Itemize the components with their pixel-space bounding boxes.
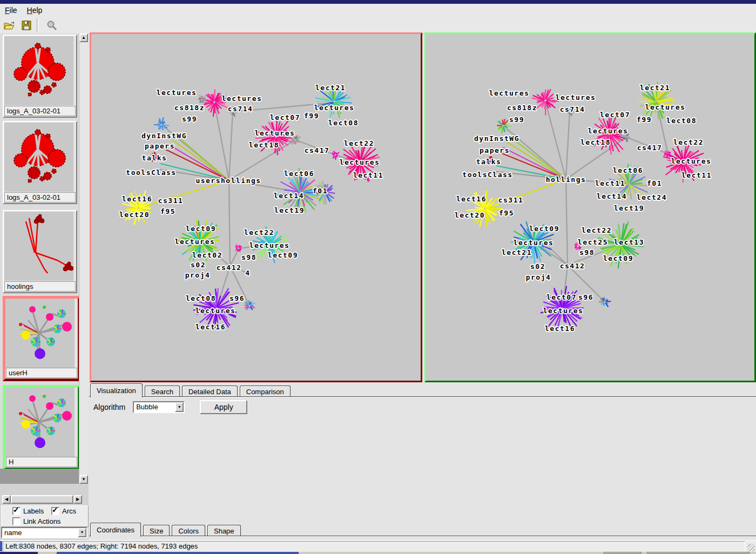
scroll-up-arrow[interactable]: ▲ <box>79 33 88 42</box>
checkbox-link-actions[interactable]: Link Actions <box>12 517 60 525</box>
svg-text:cs311: cs311 <box>158 197 184 205</box>
name-combobox[interactable]: name ▼ <box>1 527 87 538</box>
toolbar-separator <box>37 19 39 32</box>
right-graph-canvas[interactable]: lecturescs818zlecturescs714s99lect21lect… <box>426 34 754 381</box>
thumbnail-list: logs_A_03-02-01logs_A_03-02-01hoolingsus… <box>0 33 79 484</box>
tab-size[interactable]: Size <box>143 525 170 537</box>
scroll-left-arrow[interactable]: ◀ <box>2 495 11 504</box>
svg-text:f99: f99 <box>637 116 652 124</box>
combobox-dropdown-icon[interactable]: ▼ <box>175 402 184 412</box>
svg-text:papers: papers <box>480 146 510 154</box>
checkbox-arcs[interactable]: ✓Arcs <box>51 507 76 515</box>
menu-bar: File Help <box>0 4 756 17</box>
control-area: VisualizationSearchDetailed DataComparis… <box>89 382 756 540</box>
thumbnail-canvas[interactable] <box>4 123 73 192</box>
svg-text:lect22: lect22 <box>344 139 374 147</box>
svg-text:talks: talks <box>142 154 167 162</box>
thumbnail-logs_A_03-02-01[interactable]: logs_A_03-02-01 <box>3 35 77 118</box>
toolbar <box>0 17 756 34</box>
left-graph-panel[interactable]: lecturescs818zlecturescs714s99lect21lect… <box>90 32 422 382</box>
svg-text:lect21: lect21 <box>315 84 346 92</box>
thumbnail-canvas[interactable] <box>4 36 73 105</box>
menu-help[interactable]: Help <box>22 5 48 16</box>
svg-text:usershollings: usershollings <box>195 177 261 185</box>
thumbnail-H[interactable]: H <box>3 385 79 470</box>
svg-text:lect16: lect16 <box>195 323 226 331</box>
svg-text:talks: talks <box>476 158 502 166</box>
sidebar-horizontal-scrollbar[interactable]: ◀ ▶ <box>2 495 82 504</box>
svg-text:f01: f01 <box>647 179 662 187</box>
tab-comparison[interactable]: Comparison <box>240 386 291 397</box>
svg-text:lect19: lect19 <box>274 206 305 214</box>
sidebar-vertical-scrollbar[interactable]: ▲ ▼ <box>79 33 89 484</box>
bottom-tabs: CoordinatesSizeColorsShape <box>90 522 756 536</box>
algorithm-combobox[interactable]: Bubble ▼ <box>133 401 185 413</box>
thumbnail-hoolings[interactable]: hoolings <box>3 210 77 293</box>
svg-text:lect16: lect16 <box>456 195 487 203</box>
left-graph-canvas[interactable]: lecturescs818zlecturescs714s99lect21lect… <box>91 34 421 381</box>
tab-coordinates[interactable]: Coordinates <box>90 523 141 537</box>
open-file-button[interactable] <box>3 19 17 32</box>
svg-text:s02: s02 <box>530 262 545 271</box>
tab-colors[interactable]: Colors <box>172 525 205 537</box>
display-options-panel: ✓Labels✓ArcsLink Actions <box>1 505 89 527</box>
thumbnail-userH[interactable]: userH <box>3 296 79 381</box>
tab-shape[interactable]: Shape <box>207 525 241 537</box>
svg-text:lect11: lect11 <box>681 171 712 179</box>
menu-file[interactable]: File <box>0 5 22 16</box>
apply-button[interactable]: Apply <box>200 400 247 414</box>
window-titlebar <box>0 0 756 4</box>
unchecked-checkbox-icon[interactable] <box>12 517 21 525</box>
svg-text:lect16: lect16 <box>545 325 575 333</box>
svg-text:f95: f95 <box>160 207 176 215</box>
thumbnail-canvas[interactable] <box>5 299 75 368</box>
svg-text:cs714: cs714 <box>560 105 585 113</box>
svg-text:lectures: lectures <box>157 89 197 97</box>
thumbnail-canvas[interactable] <box>4 212 73 281</box>
svg-text:lectures: lectures <box>255 129 295 137</box>
thumbnail-logs_A_03-02-01[interactable]: logs_A_03-02-01 <box>3 121 77 204</box>
right-graph-panel[interactable]: lecturescs818zlecturescs714s99lect21lect… <box>424 32 756 382</box>
svg-text:lectures: lectures <box>588 127 629 135</box>
save-floppy-icon <box>21 20 32 31</box>
tab-detailed-data[interactable]: Detailed Data <box>182 386 238 397</box>
tab-visualization[interactable]: Visualization <box>90 383 143 397</box>
svg-text:lectures: lectures <box>314 104 355 112</box>
svg-text:lectures: lectures <box>249 241 290 249</box>
control-tabs: VisualizationSearchDetailed DataComparis… <box>90 382 756 397</box>
checkbox-label: Link Actions <box>23 517 60 525</box>
taskbar-tray-stub <box>604 552 642 554</box>
checked-checkbox-icon[interactable]: ✓ <box>51 507 59 515</box>
save-button[interactable] <box>19 19 33 32</box>
svg-text:lect11: lect11 <box>595 179 625 187</box>
combobox-dropdown-icon[interactable]: ▼ <box>78 528 86 537</box>
svg-text:s98: s98 <box>579 248 595 256</box>
svg-text:cs417: cs417 <box>305 146 330 154</box>
svg-text:lectures: lectures <box>195 307 236 315</box>
svg-text:proj4: proj4 <box>185 271 211 279</box>
tab-search[interactable]: Search <box>145 386 180 397</box>
svg-text:cs311: cs311 <box>498 196 524 204</box>
svg-text:s02: s02 <box>191 261 206 269</box>
svg-text:cs714: cs714 <box>228 105 253 113</box>
svg-text:lect09: lect09 <box>186 225 216 233</box>
open-folder-icon <box>3 20 16 31</box>
scroll-down-arrow[interactable]: ▼ <box>79 475 88 484</box>
svg-text:lect07: lect07 <box>270 113 300 121</box>
svg-text:dynInstWG: dynInstWG <box>141 132 187 140</box>
thumbnail-canvas[interactable] <box>5 388 75 457</box>
svg-text:lectures: lectures <box>222 94 262 103</box>
tab-rule <box>89 396 756 397</box>
svg-text:lect22: lect22 <box>582 226 612 234</box>
svg-text:lect24: lect24 <box>637 193 667 201</box>
checkbox-labels[interactable]: ✓Labels <box>12 507 44 515</box>
scroll-right-arrow[interactable]: ▶ <box>73 495 82 504</box>
scrollbar-thumb[interactable] <box>11 495 73 504</box>
svg-text:hollings: hollings <box>546 175 586 184</box>
svg-text:lect22: lect22 <box>244 228 274 237</box>
checked-checkbox-icon[interactable]: ✓ <box>12 507 21 515</box>
taskbar-sliver <box>0 552 756 554</box>
resize-grip[interactable] <box>747 544 755 551</box>
zoom-button[interactable] <box>45 19 59 32</box>
svg-text:lect09: lect09 <box>603 254 633 262</box>
